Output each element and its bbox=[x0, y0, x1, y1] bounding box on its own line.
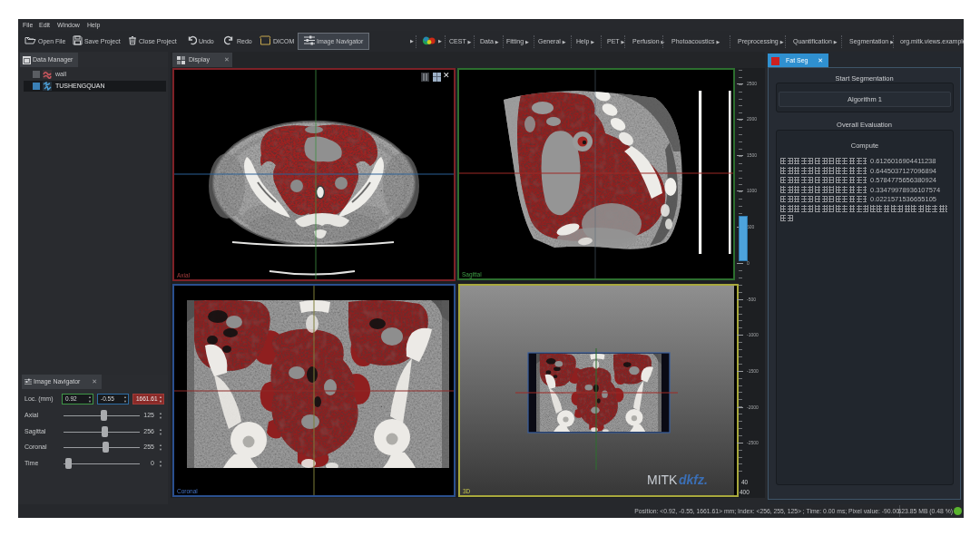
svg-text:dkfz.: dkfz. bbox=[679, 473, 708, 487]
svg-text:MITK: MITK bbox=[647, 473, 678, 487]
